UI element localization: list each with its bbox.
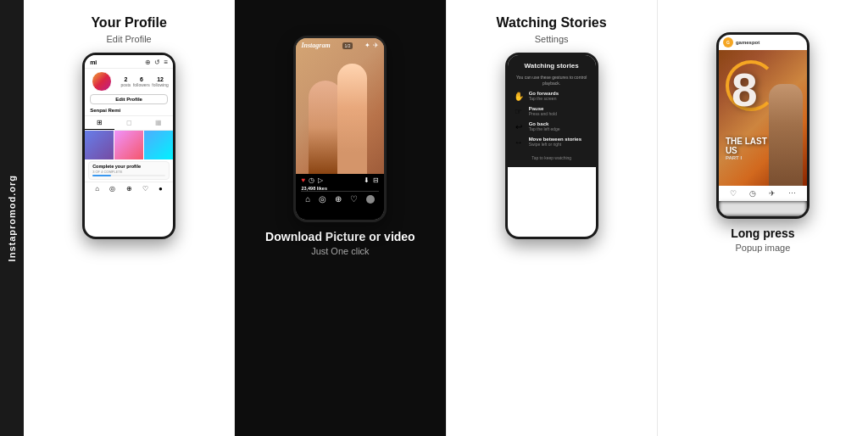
- reel-likes-row: ♥ ◷ ▷ ⬇ ⊟: [301, 176, 379, 184]
- profile-tabs: ⊞ ◻ ▦: [85, 115, 173, 131]
- search-reel-nav[interactable]: ◎: [319, 194, 326, 204]
- grid-item-3: [144, 131, 173, 159]
- longpress-caption: Long press Popup image: [731, 226, 794, 253]
- profile-nav-icon[interactable]: ●: [159, 185, 163, 193]
- profile-reel-nav[interactable]: [366, 195, 375, 204]
- game-cover: 8 THE LAST OF US PART I: [719, 50, 807, 186]
- home-reel-nav[interactable]: ⌂: [305, 194, 310, 204]
- gesture-forward: ✋ Go forwards Tap the screen: [513, 91, 591, 101]
- gs-share-icon[interactable]: ✈: [769, 189, 776, 198]
- reel-bottom-actions: ♥ ◷ ▷ ⬇ ⊟ 23,498 likes ⌂: [296, 174, 384, 220]
- gesture-pause-text: Pause Press and hold: [529, 106, 591, 116]
- followers-count: 6: [133, 76, 150, 82]
- posts-label: posts: [120, 82, 131, 87]
- search-nav-icon[interactable]: ◎: [109, 185, 115, 193]
- grid-item-2: [114, 131, 143, 159]
- stories-phone: Watching stories You can use these gestu…: [505, 53, 598, 239]
- profile-section-subtitle: Edit Profile: [107, 34, 152, 44]
- save-icon[interactable]: ⬇: [364, 176, 370, 184]
- profile-screen: mi ⊕ ↺ ≡ 2 posts: [85, 55, 173, 237]
- watermark-text: Instapromod.org: [7, 175, 17, 261]
- longpress-caption-main: Long press: [731, 226, 794, 241]
- heart-nav-icon[interactable]: ♡: [142, 185, 148, 193]
- gesture-forward-desc: Tap the screen: [529, 96, 591, 101]
- reels-tab[interactable]: ▦: [143, 116, 173, 130]
- gesture-back: ↩ Go back Tap the left edge: [513, 121, 591, 131]
- reel-counter: 1/2: [342, 42, 353, 49]
- download-section-title: [338, 15, 342, 31]
- profile-username-text: mi: [90, 59, 97, 65]
- followers-label: followers: [133, 82, 150, 87]
- watermark-bar: Instapromod.org: [0, 0, 24, 436]
- direct-icon[interactable]: ✈: [373, 42, 379, 49]
- gamespot-logo: G: [723, 37, 733, 48]
- gamespot-action-bar: ♡ ◷ ✈ ⋯: [719, 186, 807, 201]
- download-phone: Instagram 1/2 ✦ ✈: [293, 36, 387, 222]
- profile-header-icons: ⊕ ↺ ≡: [145, 59, 168, 66]
- bookmark-icon[interactable]: ⊟: [373, 176, 379, 184]
- reel-app-screen: Instagram 1/2 ✦ ✈: [296, 38, 384, 220]
- share-icon[interactable]: ▷: [318, 176, 323, 184]
- stories-screen-title: Watching stories: [525, 62, 579, 70]
- comment-icon[interactable]: ◷: [309, 176, 314, 184]
- instagram-logo: Instagram: [301, 42, 330, 49]
- longpress-screen: G gamespot 8 THE LAST OF US PART I: [719, 35, 807, 216]
- blurred-content: [719, 201, 807, 216]
- create-reel-nav[interactable]: ⊕: [335, 194, 342, 204]
- stats-numbers: 2 posts 6 followers 12 following: [120, 76, 170, 87]
- create-nav-icon[interactable]: ⊕: [126, 185, 132, 193]
- profile-avatar: [92, 71, 112, 92]
- gamespot-header: G gamespot: [719, 35, 807, 50]
- download-caption-sub: Just One click: [265, 246, 415, 256]
- activity-icon[interactable]: ↺: [154, 59, 160, 66]
- add-post-icon[interactable]: ⊕: [145, 59, 151, 66]
- gesture-swipe-text: Move between stories Swipe left or right: [529, 137, 591, 147]
- profile-stats-row: 2 posts 6 followers 12 following: [85, 69, 173, 92]
- longpress-phone: G gamespot 8 THE LAST OF US PART I: [716, 32, 810, 219]
- longpress-caption-sub: Popup image: [731, 243, 794, 253]
- gesture-forward-text: Go forwards Tap the screen: [529, 91, 591, 101]
- profile-display-name: Senpai Remi: [85, 106, 173, 114]
- like-icon[interactable]: ♥: [301, 176, 305, 184]
- main-container: Your Profile Edit Profile mi ⊕ ↺ ≡: [24, 0, 868, 436]
- reel-icons-right: ⬇ ⊟: [364, 176, 379, 184]
- reels-reel-nav[interactable]: ♡: [350, 194, 358, 204]
- home-nav-icon[interactable]: ⌂: [95, 185, 99, 193]
- complete-banner-progress: 3 OF 4 COMPLETE: [92, 170, 165, 174]
- notification-icon[interactable]: ✦: [364, 42, 370, 49]
- download-screen: Instagram 1/2 ✦ ✈: [296, 38, 384, 220]
- stories-section-subtitle: Settings: [535, 34, 569, 44]
- character-silhouette: [769, 84, 803, 186]
- gesture-back-desc: Tap the left edge: [529, 126, 591, 131]
- gs-like-icon[interactable]: ♡: [730, 189, 737, 198]
- reel-people-scene: [296, 38, 384, 174]
- profile-app-header: mi ⊕ ↺ ≡: [85, 55, 173, 69]
- posts-count: 2: [120, 76, 131, 82]
- complete-banner-title: Complete your profile: [92, 164, 165, 169]
- gamespot-app-screen: G gamespot 8 THE LAST OF US PART I: [719, 35, 807, 216]
- profile-phone: mi ⊕ ↺ ≡ 2 posts: [82, 53, 175, 239]
- profile-section: Your Profile Edit Profile mi ⊕ ↺ ≡: [24, 0, 235, 436]
- download-caption: Download Picture or video Just One click: [265, 229, 415, 256]
- following-count: 12: [152, 76, 168, 82]
- reel-top-right-icons: ✦ ✈: [364, 42, 379, 49]
- gamespot-channel-name: gamespot: [736, 40, 760, 45]
- gesture-pause-icon: ☞: [513, 107, 525, 116]
- stories-screen-subtitle: You can use these gestures to control pl…: [513, 75, 591, 86]
- menu-icon[interactable]: ≡: [164, 59, 168, 66]
- game-score: 8: [732, 67, 758, 114]
- gesture-swipe-desc: Swipe left or right: [529, 142, 591, 147]
- edit-profile-button[interactable]: Edit Profile: [90, 94, 168, 104]
- profile-app-screen: mi ⊕ ↺ ≡ 2 posts: [85, 55, 173, 195]
- gs-more-icon[interactable]: ⋯: [788, 189, 796, 198]
- stories-tap-text: Tap to keep watching: [531, 152, 571, 160]
- gesture-pause: ☞ Pause Press and hold: [513, 106, 591, 116]
- stories-app-screen: Watching stories You can use these gestu…: [508, 55, 596, 167]
- tagged-tab[interactable]: ◻: [114, 116, 144, 130]
- gs-comment-icon[interactable]: ◷: [749, 189, 756, 198]
- reel-image-area: [296, 38, 384, 174]
- stories-screen: Watching stories You can use these gestu…: [508, 55, 596, 237]
- grid-item-1: [85, 131, 114, 159]
- grid-tab[interactable]: ⊞: [85, 116, 114, 130]
- reel-icons-left: ♥ ◷ ▷: [301, 176, 323, 184]
